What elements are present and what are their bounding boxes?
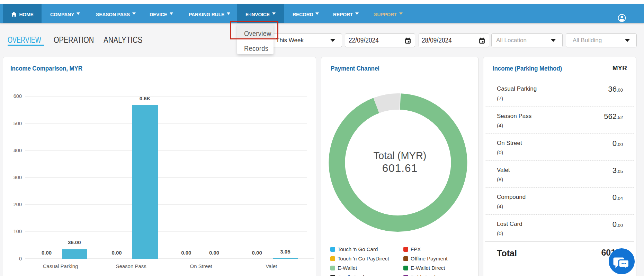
svg-text:Total (MYR): Total (MYR) <box>373 150 426 161</box>
svg-text:300: 300 <box>14 175 22 180</box>
svg-text:36.00: 36.00 <box>68 239 81 245</box>
svg-text:200: 200 <box>14 202 22 207</box>
svg-text:On Street: On Street <box>190 263 213 269</box>
svg-text:0.00: 0.00 <box>181 250 191 256</box>
svg-text:600: 600 <box>14 93 22 99</box>
svg-text:601.61: 601.61 <box>382 162 418 174</box>
svg-text:3.05: 3.05 <box>280 249 290 255</box>
svg-text:0.00: 0.00 <box>209 250 219 256</box>
svg-text:100: 100 <box>14 229 22 234</box>
svg-text:400: 400 <box>14 148 22 153</box>
svg-text:0: 0 <box>19 256 22 261</box>
svg-text:0.00: 0.00 <box>111 250 122 256</box>
svg-text:Season Pass: Season Pass <box>116 263 146 269</box>
svg-text:Valet: Valet <box>266 263 277 269</box>
svg-text:0.00: 0.00 <box>42 250 52 256</box>
svg-text:0.6K: 0.6K <box>140 95 151 101</box>
svg-text:500: 500 <box>14 121 22 126</box>
svg-text:Casual Parking: Casual Parking <box>43 263 78 269</box>
svg-text:0.00: 0.00 <box>252 250 262 256</box>
